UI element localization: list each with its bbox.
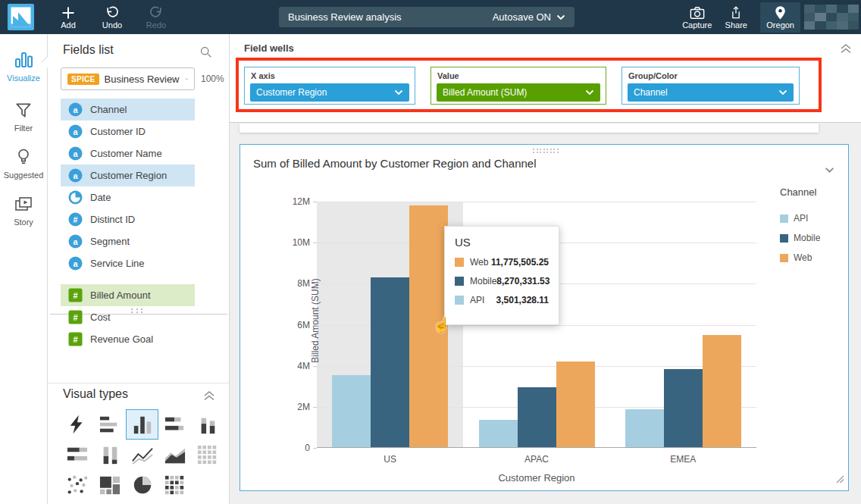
field-item[interactable]: aSegment bbox=[61, 230, 195, 252]
undo-button[interactable]: Undo bbox=[99, 2, 126, 33]
fields-panel: Fields list SPICE Business Review 100% a… bbox=[48, 34, 230, 504]
field-item[interactable]: aService Line bbox=[61, 252, 195, 274]
visual-type-vertical-bar-chart[interactable] bbox=[126, 409, 158, 440]
field-item[interactable]: aCustomer Name bbox=[61, 142, 195, 164]
y-tick-label: 0 bbox=[280, 443, 310, 453]
measure-field-icon: # bbox=[68, 288, 83, 302]
sidebar-item-suggested[interactable]: Suggested bbox=[0, 147, 47, 180]
camera-icon bbox=[689, 5, 706, 20]
field-well-pill[interactable]: Channel bbox=[628, 83, 794, 102]
visual-type-line-chart[interactable] bbox=[126, 440, 158, 470]
pie-chart-icon bbox=[130, 474, 155, 496]
bar-emea-web[interactable] bbox=[703, 335, 741, 447]
vertical-bar-chart-icon bbox=[130, 414, 155, 435]
tooltip-value: 8,270,331.53 bbox=[496, 276, 549, 286]
field-item[interactable]: #Revenue Goal bbox=[61, 328, 195, 350]
area-chart-icon bbox=[163, 444, 187, 465]
bar-us-mobile[interactable] bbox=[371, 277, 409, 447]
legend-item-api[interactable]: API bbox=[780, 213, 820, 224]
bar-us-api[interactable] bbox=[332, 375, 371, 447]
capture-button[interactable]: Capture bbox=[682, 2, 712, 33]
field-item[interactable]: #Distinct ID bbox=[61, 208, 195, 230]
visual-type-horizontal-stacked-bar-chart[interactable] bbox=[158, 409, 191, 440]
redo-button[interactable]: Redo bbox=[142, 2, 170, 33]
visual-type-vertical-100-stacked-bar-chart[interactable] bbox=[93, 440, 126, 470]
visual-drag-handle-icon[interactable] bbox=[533, 149, 559, 153]
field-item[interactable]: aChannel bbox=[61, 99, 195, 121]
x-axis-title: Customer Region bbox=[461, 472, 612, 484]
analysis-title-pill[interactable]: Business Review analysis Autosave ON bbox=[279, 7, 575, 27]
svg-text:a: a bbox=[73, 127, 78, 136]
field-item[interactable]: aCustomer ID bbox=[61, 121, 195, 142]
horizontal-100-stacked-bar-chart-icon bbox=[65, 444, 89, 465]
legend-item-web[interactable]: Web bbox=[780, 252, 820, 263]
tooltip-series-name: API bbox=[470, 295, 484, 305]
chevron-down-icon bbox=[585, 89, 594, 95]
sidebar-item-filter[interactable]: Filter bbox=[0, 101, 47, 133]
x-tick-label: APAC bbox=[491, 454, 582, 465]
sidebar-item-story[interactable]: Story bbox=[0, 195, 47, 227]
visual-menu-chevron-icon[interactable] bbox=[825, 163, 834, 177]
lightbulb-icon bbox=[14, 147, 33, 168]
visual-card: Sum of Billed Amount by Customer Region … bbox=[240, 144, 849, 491]
legend-item-mobile[interactable]: Mobile bbox=[780, 233, 820, 243]
visual-type-tree-map[interactable] bbox=[93, 470, 126, 500]
bar-apac-web[interactable] bbox=[556, 362, 595, 447]
collapse-visual-types-icon[interactable] bbox=[203, 390, 215, 404]
chevron-down-icon bbox=[185, 77, 188, 82]
region-button[interactable]: Oregon bbox=[760, 2, 800, 33]
string-field-icon: a bbox=[68, 146, 83, 161]
field-well-label: Value bbox=[437, 71, 606, 80]
redacted-user-name[interactable] bbox=[804, 5, 859, 30]
bar-apac-mobile[interactable] bbox=[518, 387, 556, 447]
toolbar-actions: AddUndoRedo bbox=[55, 2, 170, 33]
autosave-toggle[interactable]: Autosave ON bbox=[493, 11, 565, 23]
field-well-value: Channel bbox=[634, 83, 778, 102]
bar-emea-mobile[interactable] bbox=[664, 369, 703, 447]
plus-icon bbox=[61, 5, 76, 20]
visual-resize-handle[interactable] bbox=[836, 473, 844, 487]
visual-type-horizontal-bar-chart[interactable] bbox=[93, 409, 126, 440]
quicksight-app: AddUndoRedo Business Review analysis Aut… bbox=[0, 0, 861, 504]
bar-apac-api[interactable] bbox=[479, 420, 518, 447]
field-well-pill[interactable]: Customer Region bbox=[250, 83, 409, 102]
field-item[interactable]: #Cost bbox=[61, 306, 195, 328]
y-tick-mark bbox=[313, 366, 317, 367]
search-icon[interactable] bbox=[199, 45, 212, 61]
tooltip-value: 11,775,505.25 bbox=[491, 257, 549, 268]
visual-types-title: Visual types bbox=[63, 387, 128, 401]
visual-type-vertical-stacked-bar-chart[interactable] bbox=[191, 409, 224, 440]
visual-type-pivot-table[interactable] bbox=[191, 440, 224, 470]
field-item[interactable]: #Billed Amount bbox=[61, 284, 195, 306]
horizontal-bar-chart-icon bbox=[98, 414, 122, 435]
field-item[interactable]: aCustomer Region bbox=[61, 164, 195, 186]
dataset-selector[interactable]: SPICE Business Review bbox=[61, 67, 195, 90]
sidebar-item-visualize[interactable]: Visualize bbox=[0, 50, 47, 83]
bar-emea-api[interactable] bbox=[625, 409, 664, 447]
share-button[interactable]: Share bbox=[722, 2, 750, 33]
y-tick-label: 12M bbox=[280, 196, 310, 207]
visual-type-heat-map[interactable] bbox=[158, 470, 191, 500]
pivot-table-icon bbox=[196, 444, 220, 465]
visual-type-scatter-plot[interactable] bbox=[61, 470, 93, 500]
visual-type-area-chart[interactable] bbox=[158, 440, 191, 470]
visual-type-auto-graph[interactable] bbox=[61, 409, 93, 440]
chevron-down-icon bbox=[556, 14, 565, 20]
y-tick-mark bbox=[313, 407, 317, 408]
string-field-icon: a bbox=[68, 256, 83, 271]
field-item[interactable]: Date bbox=[61, 186, 195, 208]
svg-text:a: a bbox=[73, 171, 78, 180]
spice-badge: SPICE bbox=[67, 74, 99, 85]
field-well-pill[interactable]: Billed Amount (SUM) bbox=[437, 83, 600, 102]
collapse-field-wells-icon[interactable] bbox=[840, 43, 852, 57]
svg-text:#: # bbox=[73, 313, 77, 322]
y-tick-label: 4M bbox=[280, 361, 310, 371]
field-well-value: Customer Region bbox=[256, 83, 394, 102]
chart-title: Sum of Billed Amount by Customer Region … bbox=[253, 157, 537, 170]
add-button[interactable]: Add bbox=[55, 2, 82, 33]
tooltip-row-api: API 3,501,328.11 bbox=[455, 295, 549, 305]
field-well-value: Billed Amount (SUM) bbox=[443, 83, 585, 102]
visual-type-horizontal-100-stacked-bar-chart[interactable] bbox=[61, 440, 93, 470]
quicksight-logo-icon[interactable] bbox=[8, 4, 34, 30]
visual-type-pie-chart[interactable] bbox=[126, 470, 158, 500]
